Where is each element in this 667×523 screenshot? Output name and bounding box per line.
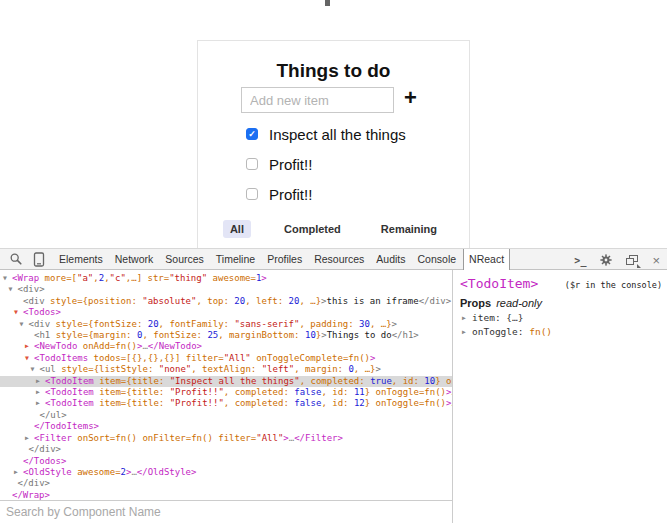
code-token: <div	[23, 296, 45, 306]
tree-row[interactable]: </Todos>	[0, 456, 452, 467]
code-token: <h1	[34, 330, 50, 340]
tree-row[interactable]: ▼<TodoItems todos=[{},{},{}] filter="All…	[0, 353, 452, 364]
prop-row: ▶onToggle: fn()	[453, 323, 667, 337]
code-token: </div>	[29, 444, 62, 454]
code-token: 25	[207, 330, 218, 340]
disclosure-arrow-icon[interactable]: ▶	[25, 341, 34, 352]
filter-all[interactable]: All	[223, 220, 251, 238]
device-mode-icon[interactable]	[30, 250, 48, 268]
code-token: item={title:	[94, 376, 170, 386]
code-token: , fontSize:	[142, 330, 207, 340]
component-search-input[interactable]	[0, 501, 452, 523]
settings-gear-icon[interactable]	[599, 253, 613, 267]
tree-row[interactable]: </div>	[0, 478, 452, 489]
todo-checkbox[interactable]	[246, 188, 258, 200]
devtools-tabs: ElementsNetworkSourcesTimelineProfilesRe…	[53, 249, 511, 270]
code-token: fn()	[115, 433, 137, 443]
tree-row[interactable]: ▶<TodoItem item={title: "Profit!!", comp…	[0, 387, 452, 398]
disclosure-arrow-icon[interactable]: ▶	[36, 398, 45, 409]
code-token: fn()	[115, 341, 137, 351]
tab-sources[interactable]: Sources	[160, 249, 209, 270]
code-token: style={margin:	[50, 330, 137, 340]
tree-row[interactable]: ▼<div style={fontSize: 20, fontFamily: "…	[0, 319, 452, 330]
prop-name: item:	[472, 312, 506, 323]
disclosure-arrow-icon[interactable]: ▼	[31, 364, 40, 375]
prop-row: ▶item: {…}	[453, 309, 667, 323]
code-token: </h1>	[392, 330, 419, 340]
todo-checkbox[interactable]: ✓	[246, 128, 258, 140]
disclosure-arrow-icon[interactable]: ▶	[462, 328, 472, 336]
tree-row[interactable]: ▶<TodoItem item={title: "Inspect all the…	[0, 376, 452, 387]
console-drawer-icon[interactable]: >_	[574, 255, 586, 266]
selected-component-name: <TodoItem>	[460, 276, 538, 291]
tree-row[interactable]: ▼<Todos>	[0, 307, 452, 318]
tree-row[interactable]: ▶<Filter onSort=fn() onFilter=fn() filte…	[0, 433, 452, 444]
tree-row[interactable]: </ul>	[0, 410, 452, 421]
code-token: 12	[354, 398, 365, 408]
tree-row[interactable]: </div>	[0, 444, 452, 455]
code-token: "absolute"	[142, 296, 196, 306]
code-token: , …}	[370, 319, 392, 329]
code-token: "sans-serif"	[234, 319, 299, 329]
tab-network[interactable]: Network	[110, 249, 159, 270]
code-token: awesome=	[207, 273, 256, 283]
add-todo-button[interactable]: +	[404, 85, 417, 111]
tree-row[interactable]: ▶<OldStyle awesome=2>…</OldStyle>	[0, 467, 452, 478]
code-token: fn()	[424, 387, 446, 397]
code-token: "Inspect all the things"	[170, 376, 300, 386]
tab-nreact[interactable]: NReact	[463, 249, 510, 271]
code-token: this is an iframe	[327, 296, 419, 306]
code-token: str=	[142, 273, 169, 283]
tree-row[interactable]: ▶<TodoItem item={title: "Profit!!", comp…	[0, 398, 452, 409]
tab-profiles[interactable]: Profiles	[262, 249, 307, 270]
code-token: , margin:	[294, 364, 348, 374]
disclosure-arrow-icon[interactable]: ▼	[3, 273, 12, 284]
disclosure-arrow-icon[interactable]: ▶	[462, 314, 472, 322]
disclosure-arrow-icon[interactable]: ▼	[14, 307, 23, 318]
tree-row[interactable]: ▼<ul style={listStyle: "none", textAlign…	[0, 364, 452, 375]
console-reference-hint: ($r in the console)	[565, 280, 662, 290]
new-todo-input[interactable]	[241, 87, 394, 113]
code-token: , id:	[392, 376, 425, 386]
code-token: </NewTodo>	[148, 341, 202, 351]
disclosure-arrow-icon[interactable]: ▼	[25, 353, 34, 364]
inspect-search-icon[interactable]	[7, 250, 25, 268]
tree-row[interactable]: </Wrap>	[0, 490, 452, 500]
code-token: filter=	[180, 353, 223, 363]
disclosure-arrow-icon[interactable]: ▶	[36, 387, 45, 398]
disclosure-arrow-icon[interactable]: ▶	[36, 376, 45, 387]
tab-audits[interactable]: Audits	[371, 249, 410, 270]
dock-side-icon[interactable]	[626, 255, 639, 266]
filter-row: AllCompletedRemaining	[198, 220, 469, 238]
tab-elements[interactable]: Elements	[54, 249, 108, 270]
tab-resources[interactable]: Resources	[309, 249, 369, 270]
tree-row[interactable]: <div style={position: "absolute", top: 2…	[0, 296, 452, 307]
close-icon[interactable]: ×	[652, 254, 660, 267]
component-search-bar	[0, 500, 452, 523]
code-token: , textAlign:	[191, 364, 261, 374]
code-token: </ul>	[40, 410, 67, 420]
tab-timeline[interactable]: Timeline	[211, 249, 260, 270]
code-token: onAdd=	[77, 341, 115, 351]
disclosure-arrow-icon[interactable]: ▶	[25, 433, 34, 444]
tree-row[interactable]: </TodoItems>	[0, 421, 452, 432]
tree-row[interactable]: ▼<div>	[0, 284, 452, 295]
code-token: , …}	[299, 296, 321, 306]
disclosure-arrow-icon[interactable]: ▼	[20, 319, 29, 330]
code-token: 10	[424, 376, 435, 386]
filter-completed[interactable]: Completed	[277, 220, 348, 238]
disclosure-arrow-icon[interactable]: ▶	[14, 467, 23, 478]
tree-row[interactable]: ▼<Wrap more=["a",2,"c",…] str="thing" aw…	[0, 273, 452, 284]
code-token: <Filter	[34, 433, 72, 443]
code-token: </TodoItems>	[34, 421, 99, 431]
code-token: </Todos>	[23, 456, 66, 466]
cursor-artifact	[325, 0, 330, 6]
tree-row[interactable]: ▶<NewTodo onAdd=fn()>…</NewTodo>	[0, 341, 452, 352]
tree-row[interactable]: <h1 style={margin: 0, fontSize: 25, marg…	[0, 330, 452, 341]
disclosure-arrow-icon[interactable]: ▼	[9, 284, 18, 295]
prop-value: {…}	[506, 312, 523, 323]
tab-console[interactable]: Console	[413, 249, 462, 270]
todo-checkbox[interactable]	[246, 158, 258, 170]
filter-remaining[interactable]: Remaining	[374, 220, 444, 238]
code-token: false	[294, 387, 321, 397]
